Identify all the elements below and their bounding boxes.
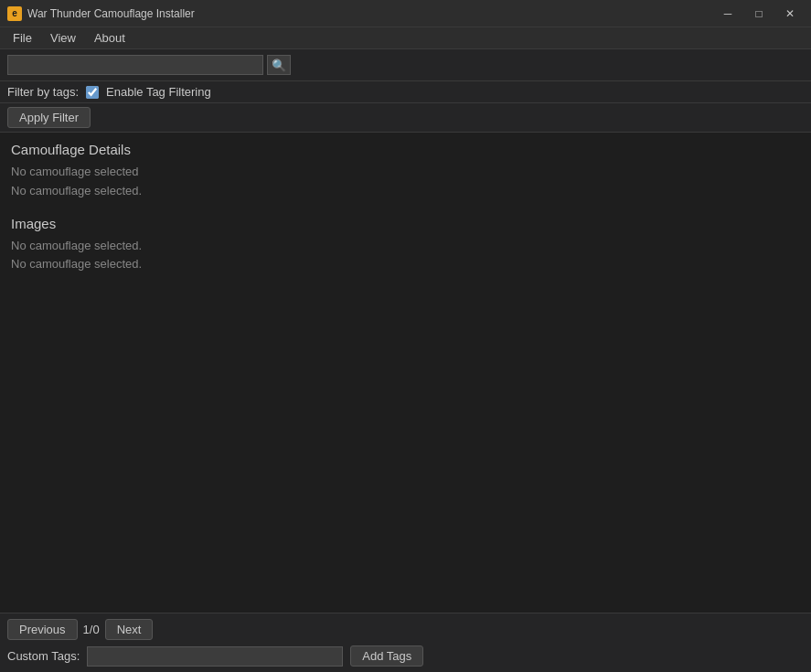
camouflage-details-detail: No camouflage selected. <box>11 182 800 201</box>
main-content: Camouflage Details No camouflage selecte… <box>0 133 811 613</box>
search-icon: 🔍 <box>272 59 286 72</box>
filter-bar: Filter by tags: Enable Tag Filtering <box>0 81 811 103</box>
camouflage-details-section: Camouflage Details No camouflage selecte… <box>11 142 800 201</box>
images-section: Images No camouflage selected. No camouf… <box>11 216 800 275</box>
search-button[interactable]: 🔍 <box>267 55 291 75</box>
custom-tags-input[interactable] <box>87 646 343 667</box>
title-text: War Thunder Camouflage Installer <box>27 7 195 20</box>
images-detail: No camouflage selected. <box>11 255 800 274</box>
title-controls: ─ □ ✕ <box>714 5 804 23</box>
next-button[interactable]: Next <box>105 619 154 640</box>
images-name: No camouflage selected. <box>11 237 800 256</box>
title-bar: e War Thunder Camouflage Installer ─ □ ✕ <box>0 0 811 27</box>
enable-tag-filtering-checkbox[interactable] <box>86 86 99 99</box>
apply-filter-button[interactable]: Apply Filter <box>7 107 91 128</box>
camouflage-details-name: No camouflage selected <box>11 163 800 182</box>
app-icon: e <box>7 6 22 21</box>
menu-about[interactable]: About <box>85 29 134 47</box>
apply-filter-bar: Apply Filter <box>0 103 811 133</box>
enable-tag-filtering-label[interactable]: Enable Tag Filtering <box>106 85 211 99</box>
title-bar-left: e War Thunder Camouflage Installer <box>7 6 195 21</box>
bottom-bar: Previous 1/0 Next Custom Tags: Add Tags <box>0 613 811 672</box>
menu-file[interactable]: File <box>4 29 41 47</box>
images-title: Images <box>11 216 800 231</box>
menu-view[interactable]: View <box>41 29 85 47</box>
close-button[interactable]: ✕ <box>776 5 804 23</box>
page-info: 1/0 <box>83 623 100 636</box>
custom-tags-label: Custom Tags: <box>7 649 80 663</box>
custom-tags-row: Custom Tags: Add Tags <box>7 645 804 667</box>
pagination-row: Previous 1/0 Next <box>7 619 804 640</box>
previous-button[interactable]: Previous <box>7 619 78 640</box>
filter-by-tags-label: Filter by tags: <box>7 85 79 99</box>
search-input[interactable] <box>7 55 263 75</box>
maximize-button[interactable]: □ <box>745 5 773 23</box>
add-tags-button[interactable]: Add Tags <box>350 645 423 667</box>
minimize-button[interactable]: ─ <box>714 5 742 23</box>
search-bar: 🔍 <box>0 49 811 81</box>
menu-bar: File View About <box>0 27 811 49</box>
camouflage-details-title: Camouflage Details <box>11 142 800 157</box>
